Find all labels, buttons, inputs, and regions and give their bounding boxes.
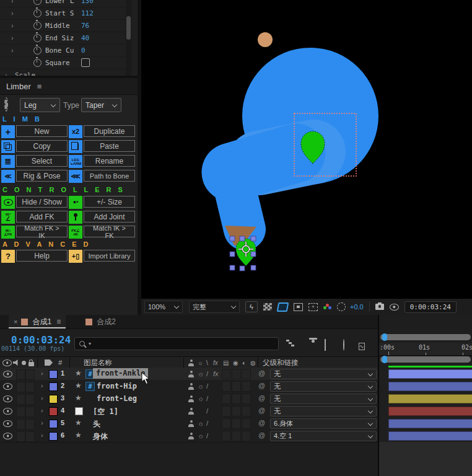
layer-row-6[interactable]: › 6 ★ 身体 ☼ / @ 4.空 1 (0, 430, 378, 443)
parent-select[interactable]: 无 (270, 406, 377, 416)
property-row[interactable]: › Bone Cu 0 (0, 44, 125, 57)
snapshot-camera-icon[interactable] (375, 304, 384, 310)
import-library-button[interactable]: Import Library (84, 250, 135, 262)
lock-cell[interactable] (25, 382, 35, 392)
collapse-column-icon[interactable]: ☼ (198, 357, 203, 368)
work-area-bar[interactable] (380, 356, 471, 363)
duplicate-button[interactable]: Duplicate (84, 125, 135, 137)
expand-chevron-icon[interactable]: › (41, 419, 43, 426)
collapse-switch[interactable]: ☼ (198, 370, 204, 377)
lock-cell[interactable] (25, 407, 35, 417)
eye-icon[interactable] (3, 380, 12, 392)
solo-column-icon[interactable] (22, 357, 26, 368)
layer-row-4[interactable]: › 4 [空 1] / @ 无 (0, 405, 378, 418)
composition-viewer[interactable] (141, 0, 472, 298)
size-button[interactable]: +/- Size (84, 196, 135, 208)
property-value[interactable]: 130 (81, 0, 94, 5)
expand-chevron-icon[interactable]: › (11, 9, 17, 17)
graph-editor-icon[interactable]: ∿ (359, 340, 365, 351)
switch-cell[interactable] (242, 406, 251, 416)
label-color-swatch[interactable] (49, 420, 58, 428)
grid-guides-icon[interactable]: + (308, 303, 318, 311)
eye-icon[interactable] (3, 430, 12, 442)
new-button[interactable]: New (16, 125, 68, 137)
quality-switch[interactable]: / (206, 395, 208, 402)
index-column-header[interactable]: # (58, 357, 62, 368)
hide-show-button[interactable]: Hide / Show (16, 196, 68, 208)
collapse-switch[interactable]: ☼ (198, 420, 204, 427)
switch-cell[interactable] (242, 431, 251, 441)
audio-cell[interactable] (16, 394, 25, 405)
quality-switch[interactable]: / (206, 407, 208, 415)
lower-leg-shape[interactable] (231, 172, 245, 229)
layer-duration-bar[interactable] (388, 419, 472, 428)
layer-name[interactable]: front-Ankle (93, 368, 148, 379)
layer-row-3[interactable]: › 3 ★ front-Leg ☼ / @ 无 (0, 392, 378, 405)
fast-previews-icon[interactable]: ϟ (245, 301, 258, 312)
property-value[interactable]: 0 (81, 46, 85, 55)
layer-name-column-header[interactable]: 图层名称 (84, 357, 112, 368)
copy-button[interactable]: Copy (16, 140, 68, 152)
pickwhip-icon[interactable]: @ (258, 382, 265, 389)
timeline-navigator[interactable] (380, 334, 471, 340)
stopwatch-icon[interactable] (33, 0, 42, 5)
lock-column-icon[interactable] (28, 357, 34, 368)
label-color-swatch[interactable] (49, 382, 58, 391)
layer-duration-bar[interactable] (388, 382, 472, 391)
adjustment-column-icon[interactable]: ◐ (242, 357, 246, 368)
lock-cell[interactable] (25, 369, 35, 380)
property-group-row[interactable]: › Scale (0, 69, 125, 76)
switch-cell[interactable] (222, 418, 231, 429)
expand-chevron-icon[interactable]: › (11, 34, 17, 42)
effects-column-icon[interactable]: fx (213, 357, 218, 368)
property-value[interactable]: 40 (81, 34, 89, 42)
panel-menu-icon[interactable]: ≡ (37, 82, 42, 91)
square-checkbox[interactable] (81, 58, 90, 67)
shy-switch[interactable] (188, 368, 194, 380)
pickwhip-icon[interactable]: @ (258, 419, 265, 426)
layer-name[interactable]: 头 (93, 419, 100, 430)
exposure-value[interactable]: +0.0 (350, 303, 364, 311)
property-value[interactable]: 112 (81, 9, 94, 17)
label-color-swatch[interactable] (49, 432, 58, 441)
switch-cell[interactable] (232, 394, 241, 404)
match-fk-ik-button[interactable]: Match FK > IK (16, 226, 68, 237)
parent-select[interactable]: 无 (270, 369, 377, 379)
switch-cell[interactable] (242, 369, 251, 379)
switch-cell[interactable] (222, 406, 231, 416)
eye-icon[interactable] (3, 368, 12, 380)
eye-icon[interactable] (3, 417, 12, 430)
quality-switch[interactable]: / (206, 382, 208, 390)
parent-select[interactable]: 4.空 1 (270, 431, 377, 441)
current-timecode[interactable]: 0:00:03:24 (11, 334, 71, 346)
add-fk-button[interactable]: Add FK (16, 211, 68, 223)
expand-chevron-icon[interactable]: › (41, 369, 43, 377)
parent-select[interactable]: 6.身体 (270, 418, 377, 429)
switch-cell[interactable] (222, 381, 231, 392)
switch-cell[interactable] (222, 431, 231, 441)
expand-chevron-icon[interactable]: › (11, 46, 17, 54)
video-column-icon[interactable] (2, 357, 12, 368)
settings-gear-icon[interactable] (4, 99, 8, 110)
limb-select[interactable]: Leg (20, 98, 60, 112)
navigator-handle[interactable] (382, 333, 387, 341)
label-color-swatch[interactable] (49, 395, 58, 403)
show-channel-icon[interactable] (323, 304, 331, 311)
collapse-switch[interactable]: ☼ (198, 432, 204, 439)
switch-cell[interactable] (222, 369, 231, 379)
quality-switch[interactable]: / (206, 432, 208, 439)
label-column-icon[interactable] (45, 357, 53, 368)
stopwatch-icon[interactable] (33, 34, 42, 42)
select-button[interactable]: Select (16, 155, 68, 167)
pickwhip-icon[interactable]: @ (258, 431, 265, 439)
eye-icon[interactable] (3, 405, 12, 417)
expand-chevron-icon[interactable]: › (41, 407, 43, 414)
layer-duration-bar[interactable] (388, 369, 472, 379)
layer-row-2[interactable]: › 2 ★ # front-Hip ☼ / @ 无 (0, 380, 378, 393)
match-ik-fk-button[interactable]: Match IK > FK (84, 226, 135, 237)
property-row[interactable]: › Start S 112 (0, 7, 125, 20)
shy-switch[interactable] (188, 392, 194, 405)
shy-column-icon[interactable] (188, 357, 194, 368)
effects-switch[interactable]: fx (213, 370, 219, 377)
magnification-select[interactable]: 100% (144, 301, 183, 313)
